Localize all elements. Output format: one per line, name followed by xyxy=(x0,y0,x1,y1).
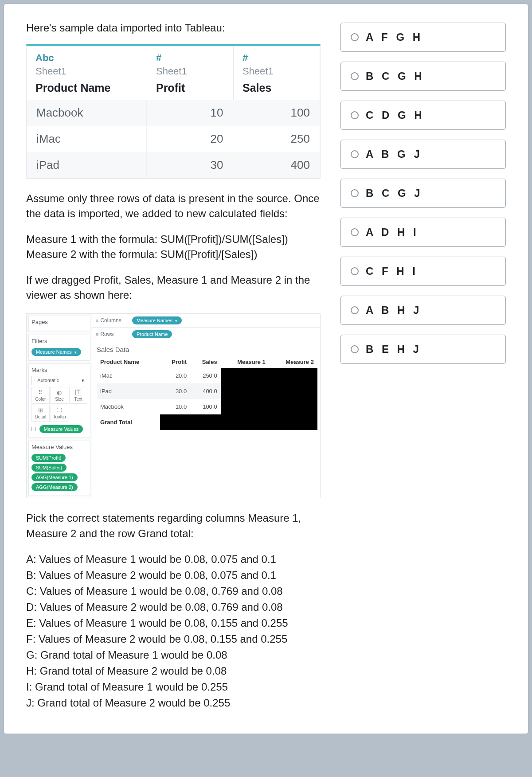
filters-label: Filters xyxy=(31,338,87,344)
filters-panel: Filters Measure Names▾ xyxy=(28,335,90,361)
mark-text: 🅃Text xyxy=(69,387,87,404)
option-label: A B H J xyxy=(366,304,422,316)
option-behj[interactable]: B E H J xyxy=(340,335,506,364)
vh-product: Product Name xyxy=(97,356,160,368)
tableau-worksheet: Pages Filters Measure Names▾ Marks ▫ Aut… xyxy=(26,313,321,498)
abc-icon: Abc xyxy=(35,52,138,64)
hash-icon: # xyxy=(156,52,224,64)
cell-profit: 30 xyxy=(147,152,234,178)
columns-label: ≡Columns xyxy=(96,317,128,324)
option-abgj[interactable]: A B G J xyxy=(340,140,506,169)
preview-col-sales: # Sheet1 Sales xyxy=(234,46,320,100)
redacted-cell xyxy=(221,368,269,383)
option-label: B E H J xyxy=(366,343,422,355)
mark-tooltip: 🖵Tooltip xyxy=(51,405,69,422)
cell-profit: 10 xyxy=(147,100,234,126)
option-cdgh[interactable]: C D G H xyxy=(340,101,506,130)
marks-type-select: ▫ Automatic▾ xyxy=(31,376,87,385)
redacted-cell xyxy=(269,383,317,399)
statement-j: J: Grand total of Measure 2 would be 0.2… xyxy=(26,695,321,711)
redacted-cell xyxy=(269,414,317,430)
redacted-cell xyxy=(190,414,221,430)
radio-icon xyxy=(351,267,359,275)
preview-col-product: Abc Sheet1 Product Name xyxy=(27,46,147,100)
columns-shelf: ≡Columns Measure Names▾ xyxy=(92,314,320,328)
col-label-product: Product Name xyxy=(35,82,138,94)
vh-profit: Profit xyxy=(160,356,190,368)
option-bcgh[interactable]: B C G H xyxy=(340,62,506,91)
preview-body: Macbook 10 100 iMac 20 250 iPad 30 400 xyxy=(27,100,320,178)
table-row: Macbook 10 100 xyxy=(27,100,320,126)
statement-g: G: Grand total of Measure 1 would be 0.0… xyxy=(26,648,321,663)
mv-pill-sum-profit: SUM(Profit) xyxy=(31,454,66,462)
sheet-label: Sheet1 xyxy=(156,66,224,77)
viz-header-row: Product Name Profit Sales Measure 1 Meas… xyxy=(97,356,317,368)
option-abhj[interactable]: A B H J xyxy=(340,296,506,325)
answer-options: A F G H B C G H C D G H A B G J B C G J … xyxy=(340,22,506,711)
paragraph-assume: Assume only three rows of data is presen… xyxy=(26,191,321,221)
table-row: iPad 30 400 xyxy=(27,152,320,178)
radio-icon xyxy=(351,345,359,353)
radio-icon xyxy=(351,228,359,236)
redacted-cell xyxy=(221,399,269,414)
option-label: A F G H xyxy=(366,31,423,43)
preview-header: Abc Sheet1 Product Name # Sheet1 Profit … xyxy=(27,46,320,100)
cell-name: iMac xyxy=(27,126,147,152)
rows-label: ≡Rows xyxy=(96,331,128,337)
marks-pill-measure-values: Measure Values xyxy=(39,425,83,433)
measure-values-label: Measure Values xyxy=(31,444,87,450)
redacted-cell xyxy=(160,414,190,430)
columns-pill-measure-names: Measure Names▾ xyxy=(132,316,182,324)
vh-sales: Sales xyxy=(190,356,221,368)
statement-f: F: Values of Measure 2 would be 0.08, 0.… xyxy=(26,632,321,647)
viz-row: Macbook 10.0 100.0 xyxy=(97,399,317,414)
worksheet-sidebar: Pages Filters Measure Names▾ Marks ▫ Aut… xyxy=(27,314,92,498)
mv-pill-sum-sales: SUM(Sales) xyxy=(31,464,66,472)
pages-label: Pages xyxy=(31,319,87,325)
vh-m1: Measure 1 xyxy=(221,356,269,368)
marks-label: Marks xyxy=(31,367,87,373)
option-label: C D G H xyxy=(366,109,425,121)
table-row: iMac 20 250 xyxy=(27,126,320,152)
viz-area: Sales Data Product Name Profit Sales Mea… xyxy=(92,341,320,498)
redacted-cell xyxy=(221,383,269,399)
radio-icon xyxy=(351,189,359,197)
viz-row: iMac 20.0 250.0 xyxy=(97,368,317,383)
mv-pill-agg-m1: AGG(Measure 1) xyxy=(31,473,78,481)
cell-name: iPad xyxy=(27,152,147,178)
pages-panel: Pages xyxy=(28,316,90,332)
rows-shelf: ≡Rows Product Name xyxy=(92,328,320,341)
worksheet-main: ≡Columns Measure Names▾ ≡Rows Product Na… xyxy=(92,314,320,498)
statement-d: D: Values of Measure 2 would be 0.08, 0.… xyxy=(26,600,321,615)
viz-grand-total-row: Grand Total xyxy=(97,414,317,430)
vh-m2: Measure 2 xyxy=(269,356,317,368)
question-page: Here's sample data imported into Tableau… xyxy=(4,4,528,734)
redacted-cell xyxy=(221,414,269,430)
statement-i: I: Grand total of Measure 1 would be 0.2… xyxy=(26,679,321,695)
option-adhi[interactable]: A D H I xyxy=(340,218,506,247)
option-cfhi[interactable]: C F H I xyxy=(340,257,506,286)
mv-pill-agg-m2: AGG(Measure 2) xyxy=(31,483,78,491)
mark-size: ◐Size xyxy=(51,387,69,404)
formula-measure1: Measure 1 with the formula: SUM([Profit]… xyxy=(26,232,321,247)
mark-detail: ⊞Detail xyxy=(31,405,50,422)
radio-icon xyxy=(351,150,359,158)
tableau-data-preview: Abc Sheet1 Product Name # Sheet1 Profit … xyxy=(26,44,321,179)
viz-table: Product Name Profit Sales Measure 1 Meas… xyxy=(97,356,317,430)
mark-color: ⠿Color xyxy=(31,387,50,404)
hash-icon: # xyxy=(243,52,311,64)
sheet-label: Sheet1 xyxy=(243,66,311,77)
radio-icon xyxy=(351,111,359,119)
question-content: Here's sample data imported into Tableau… xyxy=(26,22,321,711)
radio-icon xyxy=(351,33,359,41)
filter-pill-measure-names: Measure Names▾ xyxy=(31,348,81,356)
radio-icon xyxy=(351,306,359,314)
option-label: A B G J xyxy=(366,148,422,160)
radio-icon xyxy=(351,72,359,80)
viz-row: iPad 30.0 400.0 xyxy=(97,383,317,399)
statements-list: A: Values of Measure 1 would be 0.08, 0.… xyxy=(26,552,321,711)
option-bcgj[interactable]: B C G J xyxy=(340,179,506,208)
cell-name: Macbook xyxy=(27,100,147,126)
option-label: B C G J xyxy=(366,187,423,199)
option-afgh[interactable]: A F G H xyxy=(340,23,506,52)
